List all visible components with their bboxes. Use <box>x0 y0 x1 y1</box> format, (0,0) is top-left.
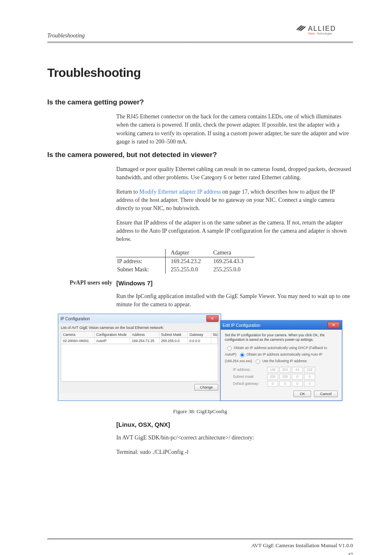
ip-sample-table: Adapter Camera IP address: 169.254.23.2 … <box>116 249 255 274</box>
list-spacer <box>61 344 218 382</box>
sm-o1[interactable]: 255 <box>267 374 278 379</box>
gw-o2[interactable]: 0 <box>279 381 291 386</box>
camera-list-row[interactable]: 02-2609A-06001 AutoIP 169.254.71.25 255.… <box>61 338 218 344</box>
svg-text:ALLIED: ALLIED <box>308 25 336 32</box>
ip-o2[interactable]: 254 <box>279 367 291 372</box>
editip-window: Edit IP Configuration ✕ Set the IP confi… <box>220 320 342 401</box>
td-mask-adapter: 255.255.0.0 <box>166 266 212 274</box>
col-address[interactable]: Address <box>130 332 159 338</box>
section-detect-p2: Return to Modify Ethernet adapter IP add… <box>116 188 353 213</box>
page-number: 47 <box>348 551 353 555</box>
ip-o4[interactable]: 102 <box>304 367 315 372</box>
td-mask-camera: 255.255.0.0 <box>212 266 255 274</box>
th-adapter: Adapter <box>166 249 212 257</box>
windows7-body: Run the IpConfig application installed w… <box>116 292 353 309</box>
allied-logo: ALLIED Vision Technologies <box>295 23 353 39</box>
col-subnet[interactable]: Subnet Mask <box>159 332 188 338</box>
linux-heading: [Linux, OSX, QNX] <box>116 421 353 428</box>
screenshot-container: IP Configuration ✕ List of AVT GigE Visi… <box>47 314 353 401</box>
td-ip-label: IP address: <box>116 257 166 266</box>
ip-o3[interactable]: 44 <box>292 367 303 372</box>
ipconfig-close-icon[interactable]: ✕ <box>206 315 219 322</box>
col-status[interactable]: Status <box>211 332 218 338</box>
change-button[interactable]: Change <box>194 384 218 391</box>
editip-desc: Set the IP configuration for your camera… <box>225 333 338 342</box>
ipconfig-window: IP Configuration ✕ List of AVT GigE Visi… <box>58 314 221 401</box>
cell-subnet: 255.255.0.0 <box>159 338 188 344</box>
section-power-heading: Is the camera getting power? <box>47 98 353 106</box>
page-title: Troubleshooting <box>47 66 353 80</box>
gw-o1[interactable]: 0 <box>267 381 278 386</box>
td-ip-adapter: 169.254.23.2 <box>166 257 212 266</box>
figure-caption: Figure 38: GigEIpConfig <box>47 408 353 415</box>
section-detect-heading: Is the camera powered, but not detected … <box>47 151 353 159</box>
col-camera[interactable]: Camera <box>61 332 95 338</box>
th-blank <box>116 249 166 257</box>
linux-p2: Terminal: sudo ./CLiPConfig -l <box>116 448 353 456</box>
th-camera: Camera <box>212 249 255 257</box>
sm-o4[interactable]: 0 <box>304 374 315 379</box>
modify-ethernet-link[interactable]: Modify Ethernet adapter IP address <box>139 189 221 195</box>
section-detect-p1: Damaged or poor quality Ethernet cabling… <box>116 165 353 182</box>
cell-mode: AutoIP <box>95 338 130 344</box>
ok-button[interactable]: OK <box>293 391 311 397</box>
windows7-heading: [Windows 7] <box>116 280 152 287</box>
ip-o1[interactable]: 169 <box>267 367 278 372</box>
ip-label: IP address: <box>233 368 266 372</box>
gw-label: Default gateway: <box>233 382 266 386</box>
editip-close-icon[interactable]: ✕ <box>327 322 340 328</box>
col-gateway[interactable]: Gateway <box>188 332 211 338</box>
ipconfig-title: IP Configuration <box>60 317 90 321</box>
cell-gateway: 0.0.0.0 <box>188 338 211 344</box>
ipconfig-subtitle: List of AVT GigE Vision cameras on the l… <box>61 326 218 330</box>
sm-o2[interactable]: 255 <box>279 374 291 379</box>
radio-static[interactable]: Use the following IP address: <box>253 359 307 363</box>
td-mask-label: Subnet Mask: <box>116 266 166 274</box>
cell-status <box>211 338 218 344</box>
gw-o4[interactable]: 0 <box>304 381 315 386</box>
svg-text:Technologies: Technologies <box>317 32 332 35</box>
sm-label: Subnet mask: <box>233 375 266 379</box>
cell-address: 169.254.71.25 <box>130 338 159 344</box>
pvapi-margin-label: PvAPI users only <box>47 280 116 287</box>
td-ip-camera: 169.254.43.3 <box>212 257 255 266</box>
p2-part-a: Return to <box>116 189 139 195</box>
cell-camera: 02-2609A-06001 <box>61 338 95 344</box>
linux-p1: In AVT GigE SDK/bin-pc/<correct architec… <box>116 434 353 442</box>
section-detect-p3: Ensure that IP address of the adapter is… <box>116 219 353 244</box>
footer-rule <box>47 538 353 540</box>
sm-o3[interactable]: 0 <box>292 374 303 379</box>
gw-o3[interactable]: 0 <box>292 381 303 386</box>
footer-text: AVT GigE Cameras Installation Manual V1.… <box>251 542 353 549</box>
cancel-button[interactable]: Cancel <box>314 391 338 397</box>
col-mode[interactable]: Configuration Mode <box>95 332 130 338</box>
header-section: Troubleshooting <box>47 32 85 39</box>
header-rule <box>47 42 353 43</box>
svg-text:Vision: Vision <box>308 32 316 35</box>
section-power-body: The RJ45 Ethernet connector on the back … <box>116 113 353 146</box>
editip-title: Edit IP Configuration <box>223 323 261 328</box>
